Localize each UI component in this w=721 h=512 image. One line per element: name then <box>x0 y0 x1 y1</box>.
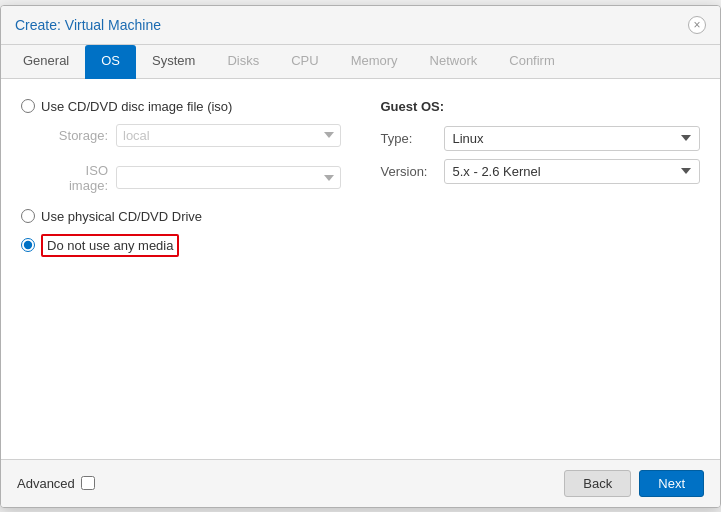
radio-use-physical-label: Use physical CD/DVD Drive <box>41 209 202 224</box>
tab-network: Network <box>414 45 494 78</box>
radio-use-iso[interactable]: Use CD/DVD disc image file (iso) <box>21 99 341 114</box>
radio-no-media[interactable]: Do not use any media <box>21 234 341 257</box>
version-label: Version: <box>381 164 436 179</box>
create-vm-dialog: Create: Virtual Machine × General OS Sys… <box>0 5 721 508</box>
storage-label: Storage: <box>43 128 108 143</box>
advanced-area: Advanced <box>17 476 95 491</box>
advanced-checkbox[interactable] <box>81 476 95 490</box>
radio-use-iso-input[interactable] <box>21 99 35 113</box>
tab-system[interactable]: System <box>136 45 211 78</box>
radio-use-physical-input[interactable] <box>21 209 35 223</box>
tab-bar: General OS System Disks CPU Memory Netwo… <box>1 45 720 79</box>
guest-os-title: Guest OS: <box>381 99 701 114</box>
tab-memory: Memory <box>335 45 414 78</box>
tab-confirm: Confirm <box>493 45 571 78</box>
back-button[interactable]: Back <box>564 470 631 497</box>
tab-os[interactable]: OS <box>85 45 136 79</box>
radio-no-media-input[interactable] <box>21 238 35 252</box>
radio-no-media-label: Do not use any media <box>47 238 173 253</box>
tab-general[interactable]: General <box>7 45 85 78</box>
iso-image-field: ISO image: <box>43 163 341 193</box>
storage-select[interactable]: local <box>116 124 341 147</box>
tab-disks: Disks <box>211 45 275 78</box>
version-field: Version: 5.x - 2.6 Kernel 4.x - 3.x Kern… <box>381 159 701 184</box>
radio-use-iso-label: Use CD/DVD disc image file (iso) <box>41 99 232 114</box>
title-bar: Create: Virtual Machine × <box>1 6 720 45</box>
type-label: Type: <box>381 131 436 146</box>
iso-label: ISO image: <box>43 163 108 193</box>
version-select[interactable]: 5.x - 2.6 Kernel 4.x - 3.x Kernel Other … <box>444 159 701 184</box>
storage-field: Storage: local <box>43 124 341 147</box>
type-field: Type: Linux Windows Solaris Other <box>381 126 701 151</box>
dialog-content: Use CD/DVD disc image file (iso) Storage… <box>1 79 720 459</box>
advanced-label: Advanced <box>17 476 75 491</box>
tab-cpu: CPU <box>275 45 334 78</box>
no-media-selected-box: Do not use any media <box>41 234 179 257</box>
dialog-title: Create: Virtual Machine <box>15 17 161 33</box>
media-options-panel: Use CD/DVD disc image file (iso) Storage… <box>21 99 341 439</box>
radio-use-physical[interactable]: Use physical CD/DVD Drive <box>21 209 341 224</box>
next-button[interactable]: Next <box>639 470 704 497</box>
guest-os-panel: Guest OS: Type: Linux Windows Solaris Ot… <box>381 99 701 439</box>
close-button[interactable]: × <box>688 16 706 34</box>
media-radio-group: Use CD/DVD disc image file (iso) Storage… <box>21 99 341 257</box>
type-select[interactable]: Linux Windows Solaris Other <box>444 126 701 151</box>
dialog-footer: Advanced Back Next <box>1 459 720 507</box>
iso-select[interactable] <box>116 166 341 189</box>
